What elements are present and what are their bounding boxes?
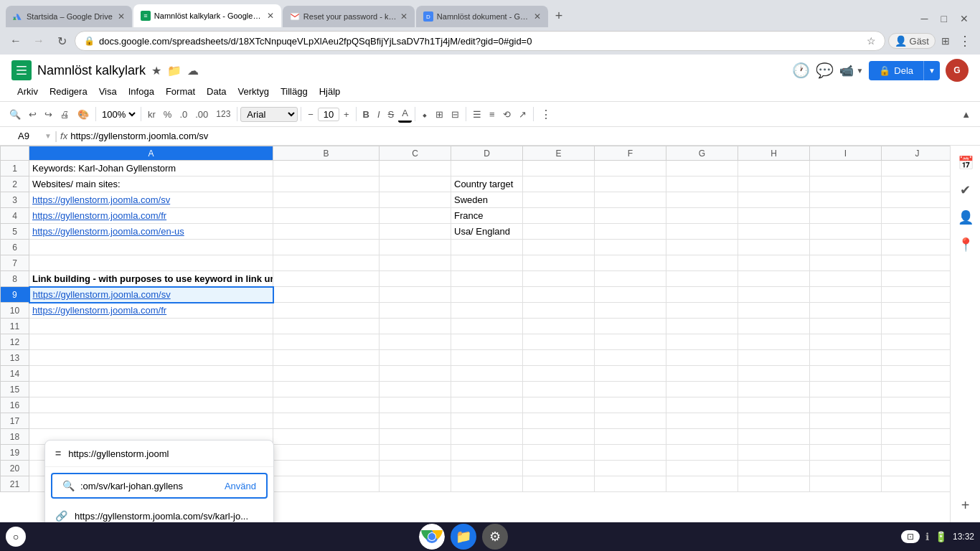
search-button[interactable]: 🔍 <box>6 107 24 122</box>
table-row[interactable] <box>29 397 273 413</box>
table-row[interactable] <box>738 413 810 429</box>
row-header-3[interactable]: 3 <box>1 192 29 208</box>
table-row[interactable] <box>380 224 451 240</box>
table-row[interactable] <box>273 224 380 240</box>
table-row[interactable] <box>523 224 595 240</box>
table-row[interactable] <box>523 445 595 461</box>
table-row[interactable] <box>738 382 810 397</box>
table-row[interactable] <box>523 271 595 287</box>
table-row[interactable] <box>451 334 523 350</box>
table-row[interactable] <box>666 224 738 240</box>
window-minimize[interactable]: ─ <box>915 10 934 27</box>
table-row[interactable]: Websites/ main sites: <box>29 176 273 192</box>
table-row[interactable] <box>810 334 882 350</box>
dec-decrease-button[interactable]: .0 <box>176 107 191 122</box>
address-bar[interactable]: 🔒 docs.google.com/spreadsheets/d/18XTcNn… <box>75 31 885 51</box>
table-row[interactable] <box>810 271 882 287</box>
menu-redigera[interactable]: Redigera <box>44 83 93 100</box>
star-button[interactable]: ★ <box>151 64 161 77</box>
italic-button[interactable]: I <box>374 107 384 122</box>
taskbar-start[interactable]: ○ <box>6 527 26 547</box>
menu-hjalp[interactable]: Hjälp <box>314 83 347 100</box>
table-row[interactable] <box>595 382 666 397</box>
table-row[interactable] <box>273 176 380 192</box>
table-row[interactable] <box>380 161 451 176</box>
table-row[interactable] <box>738 303 810 319</box>
history-button[interactable]: 🕐 <box>792 62 810 79</box>
table-row[interactable] <box>666 382 738 397</box>
taskbar-network-icon[interactable]: 🔋 <box>935 531 947 542</box>
table-row[interactable] <box>595 445 666 461</box>
font-size-input[interactable] <box>318 108 339 121</box>
table-row[interactable] <box>273 208 380 224</box>
table-row[interactable] <box>666 271 738 287</box>
table-row[interactable] <box>29 413 273 429</box>
table-row[interactable] <box>882 255 951 271</box>
more-tools-button[interactable]: ⋮ <box>537 105 555 123</box>
table-row[interactable] <box>738 287 810 303</box>
user-avatar[interactable]: G <box>946 59 969 82</box>
table-row[interactable]: https://gyllenstorm.joomla.com/en-us <box>29 224 273 240</box>
table-row[interactable] <box>523 476 595 492</box>
table-row[interactable] <box>882 161 951 176</box>
table-row[interactable] <box>666 255 738 271</box>
table-row[interactable] <box>666 319 738 334</box>
table-row[interactable] <box>380 208 451 224</box>
call-button[interactable]: 📹 ▼ <box>839 64 863 77</box>
table-row[interactable]: https://gyllenstorm.joomla.com/sv <box>29 192 273 208</box>
menu-visa[interactable]: Visa <box>93 83 123 100</box>
table-row[interactable] <box>595 429 666 445</box>
col-header-j[interactable]: J <box>882 146 951 161</box>
tab-close-sheets[interactable]: ✕ <box>267 11 274 21</box>
table-row[interactable] <box>595 397 666 413</box>
percent-button[interactable]: % <box>160 107 176 122</box>
table-row[interactable] <box>29 334 273 350</box>
table-row[interactable] <box>738 192 810 208</box>
table-row[interactable] <box>738 161 810 176</box>
table-row[interactable] <box>273 303 380 319</box>
table-row[interactable] <box>810 255 882 271</box>
back-button[interactable]: ← <box>6 31 26 51</box>
table-row[interactable] <box>738 461 810 476</box>
table-row[interactable] <box>380 476 451 492</box>
table-row[interactable] <box>380 350 451 366</box>
format-number-button[interactable]: 123 <box>212 107 234 121</box>
taskbar-chrome-icon[interactable] <box>419 524 445 550</box>
move-button[interactable]: 📁 <box>167 64 182 77</box>
table-row[interactable] <box>380 192 451 208</box>
table-row[interactable] <box>523 397 595 413</box>
taskbar-files-icon[interactable]: 📁 <box>451 524 476 550</box>
table-row[interactable] <box>273 287 380 303</box>
table-row[interactable] <box>595 334 666 350</box>
table-row[interactable]: Keywords: Karl-Johan Gyllenstorm <box>29 161 273 176</box>
table-row[interactable] <box>273 429 380 445</box>
table-row[interactable] <box>882 224 951 240</box>
table-row[interactable] <box>273 413 380 429</box>
taskbar-settings-icon[interactable]: ⚙ <box>482 524 508 550</box>
table-row[interactable]: https://gyllenstorm.joomla.com/fr <box>29 303 273 319</box>
extensions-button[interactable]: ⊞ <box>938 32 953 50</box>
col-header-i[interactable]: I <box>810 146 882 161</box>
row-header-11[interactable]: 11 <box>1 319 29 334</box>
tab-sheets[interactable]: ≡ Namnlöst kalkylark - Google Ka... ✕ <box>133 4 281 27</box>
table-row[interactable] <box>451 303 523 319</box>
menu-tillagg[interactable]: Tillägg <box>275 83 314 100</box>
table-row[interactable]: France <box>451 208 523 224</box>
table-row[interactable] <box>523 319 595 334</box>
row-header-19[interactable]: 19 <box>1 445 29 461</box>
table-row[interactable] <box>523 461 595 476</box>
table-row[interactable] <box>810 397 882 413</box>
table-row[interactable] <box>273 445 380 461</box>
table-row[interactable] <box>451 161 523 176</box>
popup-search-input[interactable] <box>77 476 222 496</box>
table-row[interactable] <box>451 271 523 287</box>
table-row[interactable] <box>810 476 882 492</box>
table-row[interactable] <box>738 319 810 334</box>
sidebar-icon-tasks[interactable]: ✔ <box>954 179 977 202</box>
table-row[interactable]: Country target <box>451 176 523 192</box>
strikethrough-button[interactable]: S <box>385 107 398 122</box>
table-row[interactable] <box>810 445 882 461</box>
table-row[interactable] <box>595 161 666 176</box>
paint-format-button[interactable]: 🎨 <box>74 107 93 122</box>
table-row[interactable] <box>666 240 738 255</box>
